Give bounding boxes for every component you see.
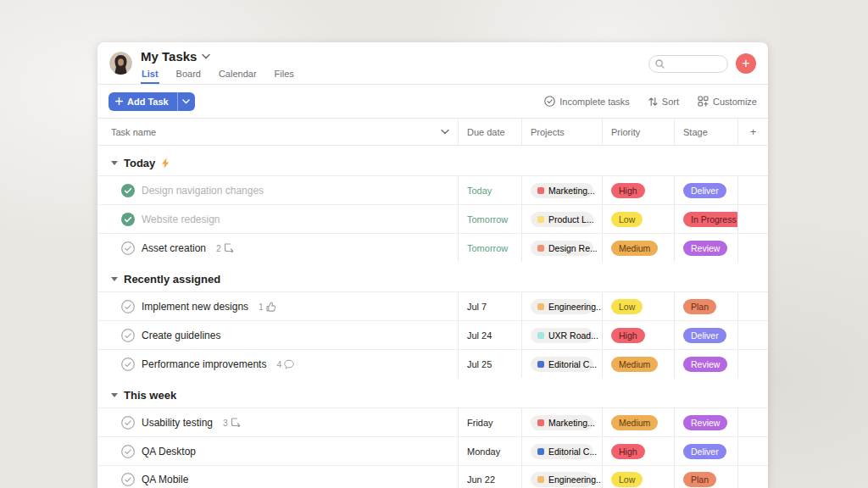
column-sort-chevron-icon[interactable] [441,129,449,135]
task-complete-check-icon[interactable] [121,213,135,226]
priority-pill[interactable]: High [611,183,645,198]
section-collapse-triangle-icon[interactable] [111,277,118,281]
project-chip[interactable]: Marketing... [531,183,593,198]
stage-pill[interactable]: Review [683,357,727,372]
project-chip[interactable]: Product L... [531,212,593,227]
task-title[interactable]: Website redesign [142,214,220,225]
subtask-icon [231,418,241,427]
section-collapse-triangle-icon[interactable] [111,393,118,397]
column-task-name[interactable]: Task name [97,119,458,145]
stage-pill[interactable]: Plan [683,472,716,487]
due-date-cell[interactable]: Tomorrow [458,205,521,233]
priority-pill[interactable]: Medium [611,415,658,430]
project-name: Design Re... [548,243,598,253]
stage-pill[interactable]: In Progress [683,212,737,227]
task-row: Performance improvements4Jul 25Editorial… [97,349,768,378]
stage-pill[interactable]: Review [683,241,727,256]
title-chevron-down-icon[interactable] [202,53,210,59]
stage-cell: Review [674,408,737,436]
search-box[interactable] [648,55,728,73]
task-incomplete-check-icon[interactable] [121,445,135,458]
customize-button[interactable]: Customize [698,96,757,107]
priority-pill[interactable]: High [611,444,645,459]
tab-list[interactable]: List [141,66,159,84]
row-end-cell [737,321,768,349]
stage-pill[interactable]: Deliver [683,183,726,198]
task-complete-check-icon[interactable] [121,184,135,197]
stage-pill[interactable]: Deliver [683,444,726,459]
task-meta-count: 2 [216,243,221,253]
section-collapse-triangle-icon[interactable] [111,161,118,165]
due-date-cell[interactable]: Friday [458,408,521,436]
column-priority[interactable]: Priority [602,119,674,145]
user-avatar[interactable] [109,52,132,75]
projects-cell: Editorial C... [521,350,602,378]
task-title[interactable]: Usability testing [142,417,213,429]
project-chip[interactable]: Marketing... [531,415,593,430]
priority-pill[interactable]: Low [611,472,643,487]
column-due-date[interactable]: Due date [458,119,521,145]
column-projects[interactable]: Projects [521,119,602,145]
task-title[interactable]: Create guidelines [142,330,220,341]
task-row: Create guidelinesJul 24UXR Road...HighDe… [97,320,768,349]
task-cell: QA Desktop [97,437,458,465]
add-task-button[interactable]: Add Task [108,92,177,111]
due-date-cell[interactable]: Jul 25 [458,350,521,378]
sort-button[interactable]: Sort [648,96,679,107]
my-tasks-window: My Tasks List Board Calendar Files + [97,42,768,488]
column-stage[interactable]: Stage [674,119,737,145]
project-chip[interactable]: Design Re... [531,241,593,256]
task-title[interactable]: QA Mobile [142,474,188,485]
task-incomplete-check-icon[interactable] [121,300,135,313]
project-chip[interactable]: UXR Road... [531,328,593,343]
tab-calendar[interactable]: Calendar [218,66,258,84]
stage-pill[interactable]: Deliver [683,328,726,343]
project-color-square [537,419,544,426]
task-incomplete-check-icon[interactable] [121,241,135,255]
task-title[interactable]: Asset creation [142,242,206,254]
project-chip[interactable]: Editorial C... [531,357,593,372]
task-title[interactable]: Performance improvements [142,358,266,370]
task-incomplete-check-icon[interactable] [121,416,135,430]
priority-pill[interactable]: Medium [611,241,658,256]
search-input[interactable] [668,59,727,69]
add-task-split-button: Add Task [108,92,195,111]
project-chip[interactable]: Engineering... [531,472,593,487]
project-name: Engineering... [548,474,602,485]
task-incomplete-check-icon[interactable] [121,329,135,342]
task-title[interactable]: Implement new designs [142,301,248,313]
due-date: Jul 7 [467,302,487,312]
task-title[interactable]: QA Desktop [142,446,196,458]
due-date-cell[interactable]: Today [458,176,521,204]
project-chip[interactable]: Editorial C... [531,444,593,459]
incomplete-tasks-filter[interactable]: Incomplete tasks [544,96,630,107]
add-column-button[interactable]: + [737,119,768,145]
priority-pill[interactable]: Medium [611,357,658,372]
due-date-cell[interactable]: Monday [458,437,521,465]
due-date-cell[interactable]: Jun 22 [458,466,521,488]
stage-pill[interactable]: Review [683,415,727,430]
tab-board[interactable]: Board [175,66,202,84]
due-date-cell[interactable]: Tomorrow [458,234,521,262]
stage-pill[interactable]: Plan [683,299,716,314]
create-button[interactable]: + [736,53,756,74]
task-incomplete-check-icon[interactable] [121,358,135,371]
projects-cell: Marketing... [521,408,602,436]
task-cell: Implement new designs1 [97,292,458,320]
priority-pill[interactable]: Low [611,212,643,227]
add-task-dropdown-button[interactable] [177,92,195,111]
project-chip[interactable]: Engineering... [531,299,593,314]
due-date-cell[interactable]: Jul 24 [458,321,521,349]
priority-pill[interactable]: High [611,328,645,343]
project-color-square [537,245,544,252]
tab-files[interactable]: Files [274,66,295,84]
task-title[interactable]: Design navigation changes [142,185,264,197]
row-end-cell [737,205,768,233]
view-tabs: List Board Calendar Files [141,66,295,84]
priority-cell: High [602,176,674,204]
row-end-cell [737,176,768,204]
due-date-cell[interactable]: Jul 7 [458,292,521,320]
task-incomplete-check-icon[interactable] [121,473,135,486]
priority-pill[interactable]: Low [611,299,643,314]
search-icon [655,59,665,69]
